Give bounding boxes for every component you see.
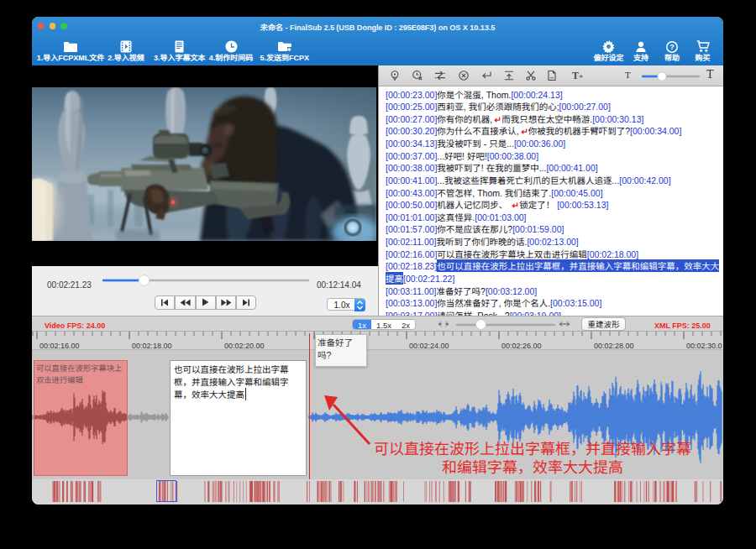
svg-text:T: T (572, 70, 579, 81)
